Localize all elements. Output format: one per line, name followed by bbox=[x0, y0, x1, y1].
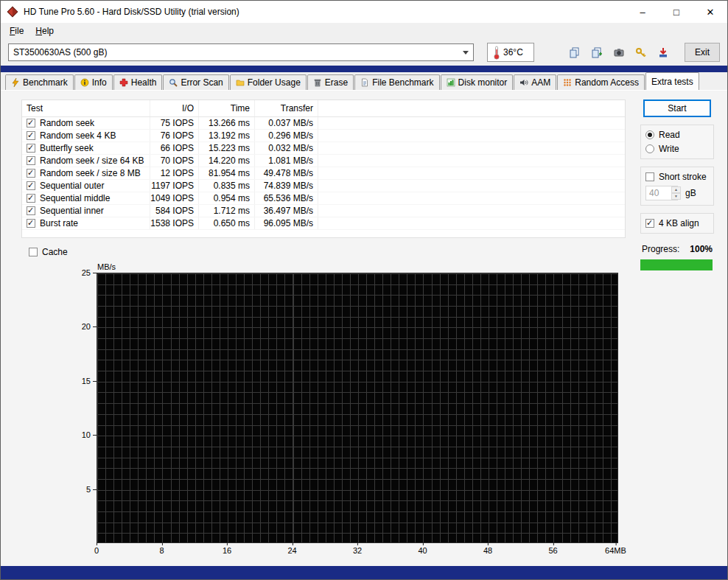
progress-bar bbox=[640, 259, 713, 270]
test-time: 13.192 ms bbox=[199, 130, 255, 141]
row-checkbox[interactable] bbox=[27, 194, 35, 203]
test-time: 15.223 ms bbox=[199, 142, 255, 154]
y-tick-label: 10 bbox=[70, 430, 91, 439]
test-transfer: 0.296 MB/s bbox=[255, 130, 318, 141]
screenshot-button[interactable] bbox=[609, 43, 629, 62]
separator-band-top bbox=[1, 66, 727, 72]
table-row[interactable]: Butterfly seek 66 IOPS 15.223 ms 0.032 M… bbox=[22, 142, 625, 155]
table-row[interactable]: Sequential inner 584 IOPS 1.712 ms 36.49… bbox=[22, 205, 625, 217]
short-stroke-group: Short stroke ▲▼ gB bbox=[640, 167, 714, 206]
test-io: 1538 IOPS bbox=[150, 217, 199, 229]
minimize-button[interactable]: – bbox=[626, 1, 659, 23]
y-tick-label: 5 bbox=[70, 485, 91, 494]
table-row[interactable]: Burst rate 1538 IOPS 0.650 ms 96.095 MB/… bbox=[22, 217, 625, 230]
tab-extra-tests[interactable]: Extra tests bbox=[645, 72, 699, 90]
tab-label: Random Access bbox=[575, 77, 639, 88]
test-io: 66 IOPS bbox=[150, 142, 199, 154]
spin-up-icon[interactable]: ▲ bbox=[671, 186, 681, 193]
tab-benchmark[interactable]: Benchmark bbox=[5, 74, 74, 90]
row-checkbox[interactable] bbox=[27, 131, 35, 140]
copy-icon bbox=[569, 46, 581, 58]
x-tick-label: 8 bbox=[159, 546, 164, 555]
trash-icon bbox=[313, 78, 322, 87]
row-checkbox[interactable] bbox=[27, 156, 35, 165]
menu-file[interactable]: File bbox=[4, 24, 29, 38]
write-option[interactable]: Write bbox=[645, 144, 709, 154]
progress-label: Progress: bbox=[642, 244, 679, 254]
close-button[interactable]: ✕ bbox=[693, 1, 727, 23]
test-time: 0.954 ms bbox=[199, 192, 255, 204]
tab-folder-usage[interactable]: Folder Usage bbox=[230, 74, 307, 90]
table-row[interactable]: Random seek 4 KB 76 IOPS 13.192 ms 0.296… bbox=[22, 130, 625, 142]
test-time: 13.266 ms bbox=[199, 117, 255, 129]
test-name: Sequential inner bbox=[40, 206, 104, 216]
tab-aam[interactable]: AAM bbox=[514, 74, 556, 90]
tab-disk-monitor[interactable]: Disk monitor bbox=[441, 74, 514, 90]
x-axis-labels: 0 8 16 24 32 40 48 56 64MB bbox=[97, 546, 618, 558]
copy-add-button[interactable] bbox=[587, 43, 606, 62]
align-checkbox[interactable] bbox=[645, 219, 654, 228]
table-row[interactable]: Random seek / size 8 MB 12 IOPS 81.954 m… bbox=[22, 167, 625, 180]
test-name: Random seek bbox=[40, 118, 94, 128]
test-name: Burst rate bbox=[40, 218, 78, 228]
side-panel: Start Read Write Short stroke bbox=[640, 98, 714, 270]
save-button[interactable] bbox=[653, 43, 673, 62]
row-checkbox[interactable] bbox=[27, 219, 35, 228]
window-title: HD Tune Pro 5.60 - Hard Disk/SSD Utility… bbox=[24, 7, 239, 17]
row-checkbox[interactable] bbox=[27, 206, 35, 215]
test-name: Random seek 4 KB bbox=[40, 130, 116, 141]
table-row[interactable]: Sequential middle 1049 IOPS 0.954 ms 65.… bbox=[22, 192, 625, 205]
temperature-value: 36°C bbox=[503, 47, 523, 57]
read-option[interactable]: Read bbox=[645, 130, 709, 140]
short-stroke-option[interactable]: Short stroke bbox=[645, 172, 709, 182]
cache-option[interactable]: Cache bbox=[29, 247, 68, 257]
x-tick-label: 24 bbox=[287, 546, 296, 555]
start-button[interactable]: Start bbox=[643, 99, 711, 117]
tab-erase[interactable]: Erase bbox=[307, 74, 354, 90]
test-time: 0.835 ms bbox=[199, 180, 255, 192]
read-radio[interactable] bbox=[645, 130, 654, 139]
register-button[interactable] bbox=[631, 43, 651, 62]
row-checkbox[interactable] bbox=[27, 119, 35, 127]
read-write-group: Read Write bbox=[640, 125, 714, 159]
camera-icon bbox=[613, 46, 625, 58]
row-checkbox[interactable] bbox=[27, 144, 35, 153]
tab-error-scan[interactable]: Error Scan bbox=[163, 74, 228, 90]
tab-label: Disk monitor bbox=[458, 77, 508, 88]
exit-button[interactable]: Exit bbox=[685, 43, 720, 62]
y-tick-label: 25 bbox=[70, 268, 91, 277]
tab-file-benchmark[interactable]: File Benchmark bbox=[354, 74, 439, 90]
speaker-icon bbox=[519, 78, 528, 87]
table-row[interactable]: Sequential outer 1197 IOPS 0.835 ms 74.8… bbox=[22, 180, 625, 192]
short-stroke-checkbox[interactable] bbox=[645, 172, 654, 181]
test-transfer: 0.032 MB/s bbox=[255, 142, 318, 154]
table-row[interactable]: Random seek 75 IOPS 13.266 ms 0.037 MB/s bbox=[22, 117, 625, 130]
row-checkbox[interactable] bbox=[27, 169, 35, 178]
info-icon bbox=[80, 78, 89, 87]
read-label: Read bbox=[659, 130, 680, 140]
tab-info[interactable]: Info bbox=[74, 74, 113, 90]
header-time: Time bbox=[199, 100, 255, 116]
row-checkbox[interactable] bbox=[27, 181, 35, 190]
tab-health[interactable]: Health bbox=[113, 74, 163, 90]
tab-label: Info bbox=[92, 77, 107, 88]
y-axis-unit-label: MB/s bbox=[97, 262, 116, 271]
tab-random-access[interactable]: Random Access bbox=[557, 74, 645, 90]
x-tick-label: 64MB bbox=[605, 546, 626, 555]
test-transfer: 36.497 MB/s bbox=[255, 205, 318, 217]
table-row[interactable]: Random seek / size 64 KB 70 IOPS 14.220 … bbox=[22, 155, 625, 167]
test-name: Random seek / size 64 KB bbox=[40, 156, 144, 166]
copy-button[interactable] bbox=[564, 43, 584, 62]
write-radio[interactable] bbox=[645, 144, 654, 153]
cache-checkbox[interactable] bbox=[29, 248, 38, 256]
align-option[interactable]: 4 KB align bbox=[645, 218, 709, 228]
drive-select[interactable]: ST3500630AS (500 gB) bbox=[8, 43, 474, 61]
menu-help[interactable]: Help bbox=[29, 24, 60, 38]
dots-grid-icon bbox=[563, 78, 572, 87]
spin-down-icon[interactable]: ▼ bbox=[671, 193, 681, 200]
drive-select-value: ST3500630AS (500 gB) bbox=[13, 47, 107, 57]
maximize-button[interactable]: □ bbox=[659, 1, 693, 23]
combo-dropdown-button[interactable] bbox=[458, 44, 473, 60]
menubar: File Help bbox=[1, 23, 727, 39]
y-tick-label: 15 bbox=[70, 377, 91, 385]
